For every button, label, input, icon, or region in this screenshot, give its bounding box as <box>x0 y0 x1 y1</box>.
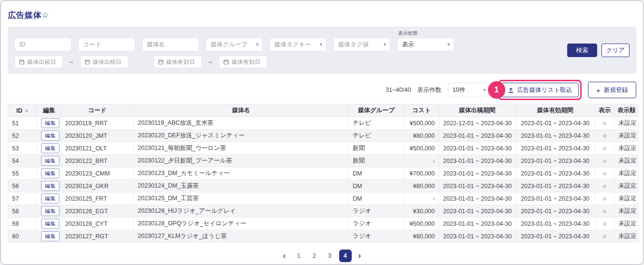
cell-media-name: 20230124_DM_玉露茶 <box>134 180 349 192</box>
column-header-code[interactable]: コード <box>61 104 134 117</box>
cell-media-name: 20230127_KLMラジオ_ほうじ茶 <box>134 230 349 243</box>
edit-button[interactable]: 編集 <box>41 231 59 241</box>
cell-code: 20230121_OLT <box>61 142 134 155</box>
page-title: 広告媒体☆ <box>8 10 636 21</box>
upload-icon <box>508 87 514 93</box>
column-header-id[interactable]: ID <box>8 104 37 117</box>
cell-valid-period: 2023-01-01 ~ 2023-04-30 <box>515 230 595 243</box>
cell-id: 57 <box>8 192 37 205</box>
filter-row-1: 媒体グループ ▾ 媒体タグキー ▾ 媒体タグ値 ▾ 表示状態 表示 ▾ <box>14 30 630 51</box>
edit-button[interactable]: 編集 <box>41 118 59 128</box>
cell-display-order: 未設定 <box>615 230 639 243</box>
column-header-visible[interactable]: 表示 <box>595 104 615 117</box>
cell-display-order: 未設定 <box>615 117 639 130</box>
pagination-page-3[interactable]: 3 <box>324 250 336 262</box>
edit-button[interactable]: 編集 <box>41 156 59 166</box>
per-page-label: 表示件数 <box>417 86 442 94</box>
pagination-page-1[interactable]: 1 <box>293 250 305 262</box>
result-range-text: 31~40/40 <box>386 87 411 93</box>
cell-id: 58 <box>8 205 37 218</box>
column-header-publish-period[interactable]: 媒体出稿期間 <box>439 104 515 117</box>
edit-button[interactable]: 編集 <box>41 206 59 216</box>
cell-code: 20230119_RRT <box>61 117 134 130</box>
edit-button[interactable]: 編集 <box>41 131 59 141</box>
chevron-down-icon: ▾ <box>320 42 322 47</box>
cell-media-group: ラジオ <box>349 218 404 230</box>
cell-id: 51 <box>8 117 37 130</box>
table-body: 51 編集 20230119_RRT 20230119_ABC放送_玄米茶 テレ… <box>8 117 639 243</box>
publish-date-to-input[interactable]: 媒体出稿日 <box>80 56 129 68</box>
pagination-page-4[interactable]: 4 <box>339 250 352 262</box>
per-page-select[interactable]: 10件 ▾ <box>448 83 490 97</box>
cell-valid-period: 2023-01-01 ~ 2023-04-30 <box>515 155 595 167</box>
import-media-list-button[interactable]: 広告媒体リスト取込 <box>501 83 579 97</box>
new-registration-button[interactable]: + 新規登録 <box>588 82 636 98</box>
publish-date-from-input[interactable]: 媒体出稿日 <box>14 56 63 68</box>
pagination-next-button[interactable]: › <box>356 251 364 261</box>
id-filter-input[interactable] <box>14 38 72 51</box>
pagination-page-2[interactable]: 2 <box>308 250 321 262</box>
media-name-filter-input[interactable] <box>142 38 199 51</box>
clear-button[interactable]: クリア <box>601 44 630 57</box>
table-row: 55 編集 20230123_CMM 20230123_DM_カモミールティー … <box>8 167 639 180</box>
cell-valid-period: 2023-01-01 ~ 2023-04-30 <box>515 142 595 155</box>
column-header-media-group[interactable]: 媒体グループ <box>349 104 404 117</box>
cell-id: 56 <box>8 180 37 192</box>
table-row: 58 編集 20230126_EGT 20230126_HIJラジオ_アールグレ… <box>8 205 639 218</box>
calendar-icon <box>19 59 25 65</box>
edit-button[interactable]: 編集 <box>41 181 59 191</box>
cell-id: 59 <box>8 218 37 230</box>
cell-edit: 編集 <box>37 218 61 230</box>
advertising-media-page: 広告媒体☆ 媒体グループ ▾ 媒体タグキー ▾ 媒体タグ値 ▾ 表示状態 表示 <box>0 0 644 265</box>
plus-icon: + <box>596 87 601 94</box>
table-row: 60 編集 20230127_RGT 20230127_KLMラジオ_ほうじ茶 … <box>8 230 639 243</box>
filter-actions: 検索 クリア <box>567 44 630 57</box>
cell-publish-period: 2023-01-01 ~ 2023-04-30 <box>439 230 515 243</box>
cell-id: 53 <box>8 142 37 155</box>
code-filter-input[interactable] <box>78 38 135 51</box>
search-button[interactable]: 検索 <box>567 44 597 57</box>
edit-button[interactable]: 編集 <box>41 193 59 204</box>
cell-publish-period: 2023-01-01 ~ 2023-04-30 <box>439 218 515 230</box>
chevron-down-icon: ▾ <box>256 42 258 47</box>
table-header-row: ID 編集 コード 媒体名 媒体グループ コスト 媒体出稿期間 媒体有効期間 表… <box>8 104 639 117</box>
media-group-select[interactable]: 媒体グループ ▾ <box>206 38 263 51</box>
cell-cost: ¥80,000 <box>404 130 439 142</box>
cell-display-order: 未設定 <box>615 218 639 230</box>
chevron-down-icon: ▾ <box>384 42 386 47</box>
cell-visible: ○ <box>595 205 615 218</box>
cell-publish-period: 2023-01-01 ~ 2023-04-30 <box>439 155 515 167</box>
cell-edit: 編集 <box>37 205 61 218</box>
column-header-valid-period[interactable]: 媒体有効期間 <box>515 104 595 117</box>
cell-media-group: 新聞 <box>349 155 404 167</box>
cell-media-name: 20230120_DEF放送_ジャスミンティー <box>134 130 349 142</box>
cell-valid-period: 2023-01-01 ~ 2023-04-30 <box>515 130 595 142</box>
cell-display-order: 未設定 <box>615 155 639 167</box>
pagination-prev-button[interactable]: ‹ <box>280 251 289 261</box>
cell-publish-period: 2023-01-01 ~ 2023-04-30 <box>439 180 515 192</box>
cell-cost: ¥500,000 <box>404 218 439 230</box>
cell-edit: 編集 <box>37 142 61 155</box>
edit-button[interactable]: 編集 <box>41 143 59 153</box>
range-separator: ~ <box>209 59 213 68</box>
cell-publish-period: 2023-01-01 ~ 2023-04-30 <box>439 167 515 180</box>
column-header-display-order[interactable]: 表示順 <box>615 104 639 117</box>
valid-date-to-input[interactable]: 媒体有効日 <box>219 56 267 68</box>
media-tag-key-select[interactable]: 媒体タグキー ▾ <box>270 38 327 51</box>
cell-code: 20230122_BRT <box>61 155 134 167</box>
cell-visible: ○ <box>595 130 615 142</box>
column-header-cost[interactable]: コスト <box>404 104 439 117</box>
cell-media-name: 20230122_夕日新聞_プーアール茶 <box>134 155 349 167</box>
column-header-media-name[interactable]: 媒体名 <box>134 104 349 117</box>
cell-code: 20230126_EGT <box>61 205 134 218</box>
cell-id: 52 <box>8 130 37 142</box>
valid-date-from-input[interactable]: 媒体有効日 <box>154 56 202 68</box>
display-status-select[interactable]: 表示 ▾ <box>397 38 454 51</box>
cell-media-group: 新聞 <box>349 142 404 155</box>
pagination: ‹ 1234 › <box>1 250 643 262</box>
edit-button[interactable]: 編集 <box>41 219 59 229</box>
media-tag-value-select[interactable]: 媒体タグ値 ▾ <box>333 38 390 51</box>
cell-edit: 編集 <box>37 192 61 205</box>
cell-visible: ○ <box>595 117 615 130</box>
edit-button[interactable]: 編集 <box>41 168 59 178</box>
